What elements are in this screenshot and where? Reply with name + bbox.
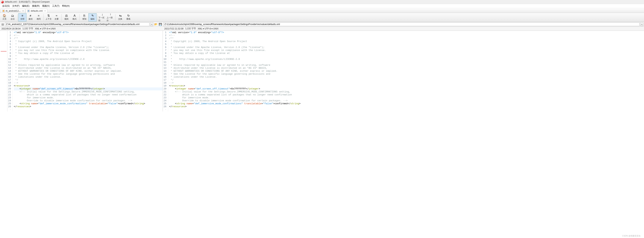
toolbar-button[interactable]: ⇅上下文 — [44, 13, 52, 22]
toolbar-label: 规则 — [64, 18, 68, 20]
toolbar-button[interactable]: ↓下一区段 — [98, 13, 106, 22]
toolbar-separator — [115, 14, 116, 21]
toolbar-button[interactable]: ⚖规则 — [62, 13, 70, 22]
menu-item[interactable]: 搜索(R) — [31, 4, 41, 8]
toolbar-separator — [44, 14, 44, 21]
toolbar-button[interactable]: =相同 — [34, 13, 43, 22]
toolbar-button[interactable]: ↑上一部分 — [106, 13, 114, 22]
right-path-input[interactable]: Z:\11d\device\rockchip\rk3399\overlay_sc… — [164, 23, 640, 26]
toolbar-label: 交换 — [118, 18, 122, 20]
toolbar-icon: ≈ — [56, 14, 58, 17]
close-icon[interactable]: × — [44, 10, 46, 12]
toolbar-icon: ⎘ — [84, 14, 85, 17]
toolbar-icon: ≡ — [22, 14, 23, 17]
menu-item[interactable]: 帮助(H) — [61, 4, 71, 8]
right-format: XML ▾ UTF-8 ▾ UNIX — [198, 28, 218, 30]
left-format: XML ▾ UTF-8 ▾ UNIX — [35, 28, 56, 30]
menu-bar: 会话(S)文件(F)编辑(E)搜索(R)视图(V)工具(T)帮助(H) — [0, 4, 644, 8]
session-tab[interactable]: defaults.xml× — [26, 9, 47, 13]
toolbar-icon: ✎ — [92, 14, 94, 17]
toolbar-icon: 🏠 — [2, 14, 6, 17]
toolbar-icon: ↻ — [127, 14, 130, 17]
status-row: 2022/6/24 16:38:04 1,132 字节 XML ▾ UTF-8 … — [0, 27, 644, 31]
session-tab[interactable]: rk_android12...× — [1, 9, 25, 13]
main-toolbar: 🏠主页🗂会话≡全部≠差别=相同⇅上下文≈次要⚖规则A格式⎘复制✎编辑↓下一区段↑… — [0, 13, 644, 22]
toolbar-label: 复制 — [82, 18, 86, 20]
toolbar-button[interactable]: ✎编辑 — [88, 13, 96, 22]
toolbar-icon: ↓ — [102, 13, 103, 16]
toolbar-icon: ↑ — [110, 13, 111, 16]
right-date: 2021/7/22 21:32:09 — [164, 28, 183, 30]
right-path-dropdown[interactable]: ▾ — [640, 23, 643, 26]
tab-bar: rk_android12...×defaults.xml× — [0, 8, 644, 13]
toolbar-label: 上一部分 — [106, 16, 114, 22]
toolbar-icon: A — [74, 14, 76, 17]
left-path-input[interactable]: Z:\rk_android12_220722\device\rockchip\r… — [5, 23, 150, 26]
toolbar-label: 重载 — [126, 18, 130, 20]
toolbar-label: 相同 — [37, 18, 41, 20]
window-titlebar: defaults.xml - 文本比较(T) - Beyond Compare — [0, 0, 644, 4]
toolbar-label: 全部 — [20, 18, 24, 20]
right-size: 1,132 字节 — [185, 27, 196, 30]
left-path-text: Z:\rk_android12_220722\device\rockchip\r… — [6, 23, 140, 26]
left-date: 2022/6/24 16:38:04 — [2, 28, 20, 30]
menu-item[interactable]: 会话(S) — [1, 4, 11, 8]
toolbar-label: 格式 — [72, 18, 76, 20]
save-left-icon[interactable]: 💾 — [158, 23, 162, 26]
toolbar-label: 上下文 — [46, 18, 52, 20]
toolbar-button[interactable]: ⇆交换 — [116, 13, 124, 22]
toolbar-button[interactable]: ≈次要 — [52, 13, 61, 22]
path-row: ▤ Z:\rk_android12_220722\device\rockchip… — [0, 22, 644, 27]
tab-label: rk_android12... — [6, 10, 20, 12]
toolbar-label: 次要 — [54, 18, 59, 20]
toolbar-button[interactable]: 🏠主页 — [0, 13, 8, 22]
menu-item[interactable]: 编辑(E) — [21, 4, 30, 8]
left-path-dropdown[interactable]: ▾ — [150, 23, 153, 26]
toolbar-label: 差别 — [28, 18, 32, 20]
toolbar-button[interactable]: 🗂会话 — [8, 13, 17, 22]
close-icon[interactable]: × — [22, 10, 24, 12]
toolbar-button[interactable]: ↻重载 — [124, 13, 132, 22]
menu-item[interactable]: 视图(V) — [41, 4, 51, 8]
file-icon — [2, 10, 5, 12]
toolbar-label: 主页 — [2, 18, 6, 20]
open-left-icon[interactable]: 📂 — [154, 23, 158, 26]
toolbar-icon: 🗂 — [11, 14, 14, 17]
toolbar-icon: ⚖ — [65, 14, 68, 17]
toolbar-label: 编辑 — [90, 18, 94, 20]
overview-gutter[interactable] — [0, 31, 8, 112]
left-code-pane[interactable]: 1234567891011121314151617181920212223242… — [8, 31, 163, 112]
right-path-text: Z:\11d\device\rockchip\rk3399\overlay_sc… — [164, 23, 280, 26]
toolbar-icon: ≠ — [30, 14, 32, 17]
tab-label: defaults.xml — [31, 10, 42, 12]
toolbar-label: 下一区段 — [98, 16, 106, 22]
toolbar-icon: = — [38, 14, 40, 17]
toolbar-button[interactable]: A格式 — [70, 13, 79, 22]
app-icon — [1, 1, 4, 3]
toolbar-icon: ⇆ — [119, 14, 122, 17]
toolbar-button[interactable]: ≡全部 — [18, 13, 26, 22]
menu-item[interactable]: 文件(F) — [11, 4, 20, 8]
toolbar-button[interactable]: ⎘复制 — [80, 13, 88, 22]
file-icon — [28, 10, 30, 12]
toolbar-button[interactable]: ≠差别 — [26, 13, 34, 22]
menu-item[interactable]: 工具(T) — [51, 4, 60, 8]
expand-left-icon[interactable]: ▤ — [1, 23, 4, 26]
toolbar-separator — [79, 14, 80, 21]
left-size: 1,132 字节 — [22, 27, 33, 30]
right-code-pane[interactable]: 1234567891011121314151617181920212223242… — [163, 31, 644, 112]
window-title: defaults.xml - 文本比较(T) - Beyond Compare — [5, 0, 50, 4]
toolbar-icon: ⇅ — [47, 14, 50, 17]
editor-area: 1234567891011121314151617181920212223242… — [0, 31, 644, 112]
toolbar-separator — [97, 14, 98, 21]
toolbar-label: 会话 — [10, 18, 14, 20]
